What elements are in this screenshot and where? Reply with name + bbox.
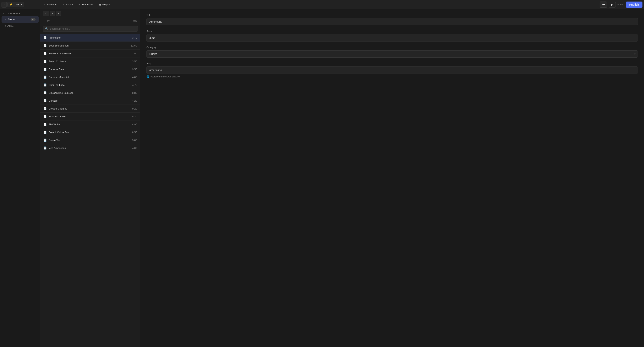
list-row[interactable]: 📄 Beef Bourguignon 12.50 [40,42,140,49]
sidebar-item-menu[interactable]: ≡ Menu 24 [2,16,39,23]
price-field-label: Price [146,30,638,33]
cms-menu-button[interactable]: ⚡ CMS ▾ [8,2,24,7]
list-row[interactable]: 📄 Green Tea 3.80 [40,136,140,144]
slug-field-group: Slug 🌐 yoursite.url/menu/americano [146,62,638,78]
row-title: Caramel Macchiato [49,76,126,79]
row-title: Espresso Tonic [49,115,126,118]
cms-icon: ⚡ [10,3,13,6]
doc-icon: 📄 [44,83,47,86]
price-field-group: Price [146,30,638,41]
edit-fields-button[interactable]: ✎ Edit Fields [76,2,96,7]
select-button[interactable]: ✓ Select [60,2,75,7]
row-price: 9.20 [128,107,137,110]
plugins-icon: ▦ [98,3,101,6]
new-item-button[interactable]: ＋ New Item [41,2,60,7]
doc-icon: 📄 [44,44,47,47]
play-button[interactable]: ▶ [609,2,616,7]
list-row[interactable]: 📄 French Onion Soup 8.50 [40,128,140,136]
more-button[interactable]: ••• [600,1,607,8]
nav-prev-button[interactable]: ‹ [50,11,55,16]
list-panel: ✕ ‹ › ↑ Title Price 🔍 📄 Americ [40,9,140,347]
list-row[interactable]: 📄 Breakfast Sandwich 7.50 [40,49,140,57]
row-title: Cortado [49,99,126,102]
list-row[interactable]: 📄 Cortado 4.20 [40,97,140,105]
row-price: 12.50 [128,44,137,47]
sidebar-menu-label: Menu [8,18,14,21]
category-field-group: Category DrinksFoodDesserts ▾ [146,46,638,58]
add-label: Add... [7,24,14,27]
publish-button[interactable]: Publish [626,1,642,8]
doc-icon: 📄 [44,139,47,142]
column-price: Price [126,19,137,22]
row-title: Americano [49,36,126,39]
more-icon: ••• [602,3,605,6]
chevron-up-icon: ‹ [52,12,53,15]
row-price: 4.90 [128,123,137,126]
list-row[interactable]: 📄 Butter Croissant 3.50 [40,57,140,65]
list-row[interactable]: 📄 Espresso Tonic 5.20 [40,113,140,120]
close-button[interactable]: ✕ [43,11,49,16]
doc-icon: 📄 [44,60,47,63]
search-icon: 🔍 [45,27,48,30]
nav-next-button[interactable]: › [56,11,61,16]
list-row[interactable]: 📄 Americano 3.70 [40,34,140,42]
title-field-input[interactable] [146,18,638,25]
list-row[interactable]: 📄 Croque Madame 9.20 [40,105,140,113]
plugins-button[interactable]: ▦ Plugins [96,2,113,7]
list-items: 📄 Americano 3.70 📄 Beef Bourguignon 12.5… [40,34,140,347]
sidebar: Collections ≡ Menu 24 + Add... [0,9,40,347]
doc-icon: 📄 [44,107,47,110]
title-field-group: Title [146,14,638,25]
play-icon: ▶ [611,3,613,6]
row-title: Green Tea [49,139,126,142]
column-title: ↑ Title [44,19,126,22]
row-price: 4.80 [128,76,137,79]
row-title: Chai Tea Latte [49,84,126,86]
row-title: Croque Madame [49,107,126,110]
list-row[interactable]: 📄 Chai Tea Latte 4.75 [40,81,140,89]
edit-fields-label: Edit Fields [82,3,93,6]
row-title: Caprese Salad [49,68,126,71]
sort-icon: ↑ [44,19,44,22]
sidebar-add-button[interactable]: + Add... [2,23,39,28]
toolbar: ‹ ⚡ CMS ▾ ＋ New Item ✓ Select ✎ Edit Fie… [0,0,644,9]
search-container: 🔍 [40,24,140,34]
row-title: Iced Americano [49,147,126,149]
doc-icon: 📄 [44,115,47,118]
list-row[interactable]: 📄 Iced Americano 4.00 [40,144,140,152]
search-input[interactable] [50,27,135,30]
list-row[interactable]: 📄 Flat White 4.90 [40,120,140,128]
row-price: 9.50 [128,68,137,71]
add-icon: + [4,24,6,27]
sidebar-item-menu-left: ≡ Menu [4,18,14,21]
plugins-label: Plugins [102,3,110,6]
doc-icon: 📄 [44,36,47,39]
row-price: 3.70 [128,36,137,39]
slug-field-input[interactable] [146,66,638,74]
collections-heading: Collections [0,11,40,16]
list-row[interactable]: 📄 Caramel Macchiato 4.80 [40,73,140,81]
back-button[interactable]: ‹ [2,2,7,7]
title-field-label: Title [146,14,638,16]
row-price: 5.20 [128,115,137,118]
doc-icon: 📄 [44,52,47,55]
category-select[interactable]: DrinksFoodDesserts [146,50,638,58]
close-icon: ✕ [45,12,47,15]
list-nav: ✕ ‹ › [40,9,140,18]
category-select-wrap: DrinksFoodDesserts ▾ [146,50,638,58]
row-title: French Onion Soup [49,131,126,134]
list-columns: ↑ Title Price [40,18,140,24]
list-row[interactable]: 📄 Chicken Brie Baguette 8.80 [40,89,140,97]
menu-count-badge: 24 [30,18,36,21]
saved-status: Saved [617,3,624,6]
price-field-input[interactable] [146,34,638,41]
row-price: 8.80 [128,91,137,94]
row-price: 8.50 [128,131,137,134]
chevron-down-icon: › [58,12,59,15]
row-title: Beef Bourguignon [49,44,126,47]
layers-icon: ≡ [4,18,6,21]
edit-fields-icon: ✎ [78,3,80,6]
cms-label: CMS [14,3,20,6]
list-row[interactable]: 📄 Caprese Salad 9.50 [40,65,140,73]
category-field-label: Category [146,46,638,49]
